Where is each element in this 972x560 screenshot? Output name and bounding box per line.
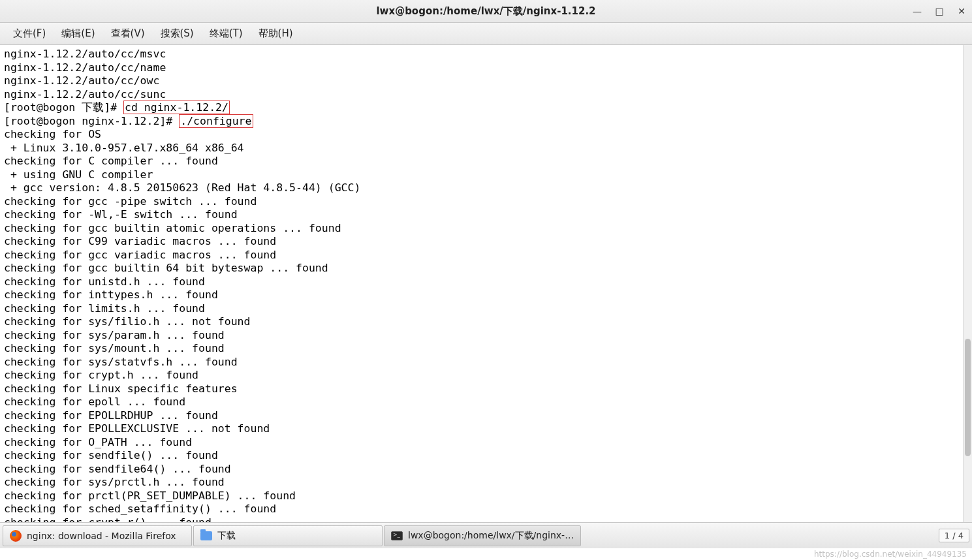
output-line: checking for EPOLLEXCLUSIVE ... not foun…: [4, 422, 270, 435]
workspace-indicator[interactable]: 1 / 4: [939, 529, 969, 542]
window-title: lwx@bogon:/home/lwx/下载/nginx-1.12.2: [376, 5, 595, 18]
terminal-output[interactable]: nginx-1.12.2/auto/cc/msvc nginx-1.12.2/a…: [0, 45, 972, 523]
taskbar-label: nginx: download - Mozilla Firefox: [27, 531, 176, 541]
output-line: checking for gcc builtin atomic operatio…: [4, 222, 341, 234]
taskbar-item-terminal[interactable]: lwx@bogon:/home/lwx/下载/nginx-…: [384, 525, 581, 546]
output-line: nginx-1.12.2/auto/cc/sunc: [4, 88, 166, 101]
close-icon[interactable]: ✕: [956, 6, 967, 16]
output-line: nginx-1.12.2/auto/cc/msvc: [4, 48, 166, 60]
menu-search[interactable]: 搜索(S): [153, 23, 202, 44]
watermark: https://blog.csdn.net/weixin_44949135: [814, 548, 967, 560]
output-line: + gcc version: 4.8.5 20150623 (Red Hat 4…: [4, 181, 360, 194]
output-line: checking for sendfile() ... found: [4, 449, 218, 461]
output-line: checking for epoll ... found: [4, 396, 185, 408]
menu-help[interactable]: 帮助(H): [251, 23, 301, 44]
output-line: checking for EPOLLRDHUP ... found: [4, 409, 218, 422]
output-line: checking for C compiler ... found: [4, 155, 218, 167]
taskbar-label: 下载: [217, 530, 236, 542]
terminal-content: nginx-1.12.2/auto/cc/msvc nginx-1.12.2/a…: [4, 48, 968, 523]
output-line: checking for sched_setaffinity() ... fou…: [4, 503, 276, 515]
taskbar: nginx: download - Mozilla Firefox 下载 lwx…: [0, 522, 972, 548]
taskbar-item-files[interactable]: 下载: [193, 525, 383, 546]
terminal-icon: [391, 530, 403, 542]
output-line: checking for C99 variadic macros ... fou…: [4, 235, 276, 247]
output-line: checking for sys/filio.h ... not found: [4, 315, 251, 328]
output-line: checking for sys/statvfs.h ... found: [4, 356, 238, 368]
output-line: checking for crypt.h ... found: [4, 369, 198, 381]
output-line: checking for unistd.h ... found: [4, 275, 205, 288]
output-line: + Linux 3.10.0-957.el7.x86_64 x86_64: [4, 142, 244, 154]
menu-edit[interactable]: 编辑(E): [54, 23, 102, 44]
prompt-line: [root@bogon nginx-1.12.2]# ./configure: [4, 114, 253, 128]
output-line: checking for OS: [4, 128, 101, 140]
output-line: checking for limits.h ... found: [4, 302, 205, 315]
output-line: nginx-1.12.2/auto/cc/owc: [4, 74, 159, 87]
window-controls: — □ ✕: [912, 6, 967, 16]
command-highlight: cd nginx-1.12.2/: [123, 101, 230, 114]
output-line: checking for inttypes.h ... found: [4, 288, 218, 301]
menu-file[interactable]: 文件(F): [5, 23, 54, 44]
maximize-icon[interactable]: □: [934, 6, 945, 16]
output-line: checking for sys/mount.h ... found: [4, 342, 225, 354]
output-line: checking for gcc -pipe switch ... found: [4, 195, 257, 208]
titlebar: lwx@bogon:/home/lwx/下载/nginx-1.12.2 — □ …: [0, 0, 972, 23]
output-line: checking for prctl(PR_SET_DUMPABLE) ... …: [4, 490, 296, 502]
terminal-scrollbar[interactable]: [963, 45, 972, 523]
scrollbar-thumb[interactable]: [965, 339, 971, 456]
output-line: nginx-1.12.2/auto/cc/name: [4, 61, 166, 74]
minimize-icon[interactable]: —: [912, 6, 922, 16]
menubar: 文件(F) 编辑(E) 查看(V) 搜索(S) 终端(T) 帮助(H): [0, 23, 972, 45]
output-line: checking for gcc variadic macros ... fou…: [4, 249, 276, 261]
output-line: + using GNU C compiler: [4, 168, 153, 181]
menu-view[interactable]: 查看(V): [103, 23, 153, 44]
menu-terminal[interactable]: 终端(T): [202, 23, 251, 44]
prompt-line: [root@bogon 下载]# cd nginx-1.12.2/: [4, 101, 230, 114]
output-line: checking for sys/param.h ... found: [4, 329, 225, 341]
taskbar-item-firefox[interactable]: nginx: download - Mozilla Firefox: [3, 525, 192, 546]
output-line: checking for Linux specific features: [4, 382, 238, 395]
folder-icon: [200, 530, 212, 542]
output-line: checking for sendfile64() ... found: [4, 463, 231, 475]
taskbar-label: lwx@bogon:/home/lwx/下载/nginx-…: [408, 530, 574, 542]
output-line: checking for -Wl,-E switch ... found: [4, 208, 238, 221]
output-line: checking for O_PATH ... found: [4, 436, 192, 448]
firefox-icon: [10, 530, 22, 542]
command-highlight: ./configure: [179, 114, 253, 128]
output-line: checking for sys/prctl.h ... found: [4, 476, 225, 488]
output-line: checking for gcc builtin 64 bit byteswap…: [4, 262, 328, 274]
